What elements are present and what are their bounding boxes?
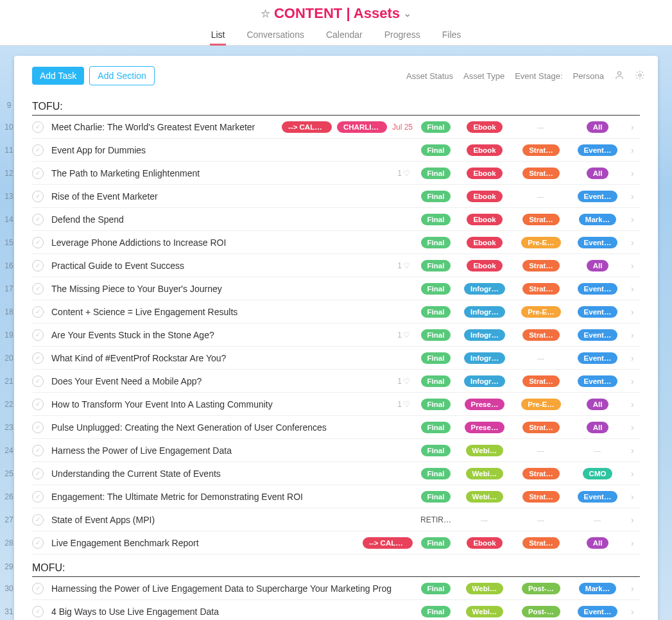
complete-check-icon[interactable]: ✓: [32, 491, 44, 503]
chevron-right-icon[interactable]: ›: [631, 237, 637, 248]
task-name[interactable]: Harnessing the Power of Live Engagement …: [51, 583, 392, 594]
chevron-right-icon[interactable]: ›: [631, 307, 637, 317]
task-name[interactable]: Leverage Phone Addictions to Increase RO…: [51, 237, 226, 248]
task-name[interactable]: 4 Big Ways to Use Live Engagement Data: [51, 607, 219, 617]
tab-progress[interactable]: Progress: [383, 26, 422, 45]
chevron-right-icon[interactable]: ›: [631, 145, 637, 155]
user-icon[interactable]: [614, 70, 625, 82]
filter-persona[interactable]: Persona: [573, 71, 604, 81]
event-stage-pill[interactable]: Strat…: [522, 260, 560, 271]
asset-status-pill[interactable]: Final: [421, 352, 451, 364]
persona-pill[interactable]: All: [587, 121, 609, 133]
chevron-right-icon[interactable]: ›: [631, 214, 637, 225]
task-name[interactable]: Meet Charlie: The World's Greatest Event…: [51, 122, 255, 132]
task-row[interactable]: 22✓How to Transform Your Event Into A La…: [32, 393, 640, 416]
complete-check-icon[interactable]: ✓: [32, 537, 44, 549]
asset-status-pill[interactable]: Final: [421, 260, 451, 271]
event-stage-pill[interactable]: Strat…: [522, 168, 560, 179]
task-row[interactable]: 11✓Event App for DummiesFinalEbookStrat……: [32, 139, 640, 162]
persona-pill[interactable]: Event…: [578, 306, 618, 318]
task-row[interactable]: 12✓The Path to Marketing Enlightenment1 …: [32, 162, 640, 185]
persona-pill[interactable]: Event…: [578, 237, 618, 248]
task-row[interactable]: 24✓Harness the Power of Live Engagement …: [32, 439, 640, 462]
asset-type-pill[interactable]: Ebook: [467, 191, 502, 202]
task-row[interactable]: 15✓Leverage Phone Addictions to Increase…: [32, 231, 640, 254]
asset-type-pill[interactable]: Ebook: [467, 168, 502, 179]
asset-type-pill[interactable]: Infogr…: [464, 283, 505, 295]
asset-type-pill[interactable]: Ebook: [467, 237, 502, 248]
task-name[interactable]: Does Your Event Need a Mobile App?: [51, 376, 202, 386]
event-stage-pill[interactable]: Pre-E…: [521, 237, 561, 248]
asset-status-pill[interactable]: Final: [421, 375, 451, 387]
filter-asset-status[interactable]: Asset Status: [406, 71, 453, 81]
complete-check-icon[interactable]: ✓: [32, 144, 44, 156]
persona-pill[interactable]: CMO: [583, 468, 613, 479]
chevron-right-icon[interactable]: ›: [631, 168, 637, 178]
complete-check-icon[interactable]: ✓: [32, 352, 44, 364]
chevron-right-icon[interactable]: ›: [631, 422, 637, 433]
asset-status-pill[interactable]: Final: [421, 583, 451, 594]
asset-status-pill[interactable]: Final: [421, 329, 451, 341]
task-row[interactable]: 19✓Are Your Events Stuck in the Stone Ag…: [32, 323, 640, 347]
event-stage-pill[interactable]: Strat…: [522, 468, 560, 479]
add-section-button[interactable]: Add Section: [89, 66, 155, 85]
complete-check-icon[interactable]: ✓: [32, 121, 44, 133]
complete-check-icon[interactable]: ✓: [32, 606, 44, 617]
task-name[interactable]: Pulse Unplugged: Creating the Next Gener…: [51, 422, 327, 433]
asset-status-pill[interactable]: Final: [421, 306, 451, 318]
filter-event-stage-[interactable]: Event Stage:: [515, 71, 562, 81]
persona-pill[interactable]: Event…: [578, 606, 618, 617]
complete-check-icon[interactable]: ✓: [32, 329, 44, 341]
asset-type-pill[interactable]: Infogr…: [464, 375, 505, 387]
asset-status-pill[interactable]: Final: [421, 468, 451, 479]
complete-check-icon[interactable]: ✓: [32, 422, 44, 433]
event-stage-pill[interactable]: Strat…: [522, 214, 560, 225]
task-name[interactable]: Live Engagement Benchmark Report: [51, 538, 199, 548]
persona-pill[interactable]: Event…: [578, 375, 618, 387]
asset-status-pill[interactable]: Final: [421, 399, 451, 410]
asset-type-pill[interactable]: Webi…: [466, 583, 504, 594]
asset-type-pill[interactable]: Ebook: [467, 260, 502, 271]
event-stage-pill[interactable]: Post-…: [522, 606, 560, 617]
add-task-button[interactable]: Add Task: [32, 67, 84, 85]
task-row[interactable]: 17✓The Missing Piece to Your Buyer's Jou…: [32, 277, 640, 300]
event-stage-pill[interactable]: Post-…: [522, 583, 560, 594]
task-name[interactable]: Practical Guide to Event Success: [51, 261, 184, 271]
asset-type-pill[interactable]: Webi…: [466, 445, 504, 456]
chevron-right-icon[interactable]: ›: [631, 538, 637, 548]
asset-type-pill[interactable]: Ebook: [467, 214, 502, 225]
like-count[interactable]: 1 ♡: [397, 261, 410, 270]
asset-status-pill[interactable]: Final: [421, 445, 451, 456]
like-count[interactable]: 1 ♡: [397, 331, 410, 340]
task-row[interactable]: 18✓Content + Science = Live Engagement R…: [32, 300, 640, 323]
persona-pill[interactable]: Mark…: [579, 583, 616, 594]
complete-check-icon[interactable]: ✓: [32, 468, 44, 479]
task-name[interactable]: Content + Science = Live Engagement Resu…: [51, 307, 237, 317]
task-name[interactable]: The Missing Piece to Your Buyer's Journe…: [51, 284, 222, 294]
persona-pill[interactable]: All: [587, 422, 609, 433]
asset-type-pill[interactable]: Infogr…: [464, 306, 505, 318]
asset-status-pill[interactable]: Final: [421, 283, 451, 295]
complete-check-icon[interactable]: ✓: [32, 306, 44, 318]
chevron-right-icon[interactable]: ›: [631, 122, 637, 132]
persona-pill[interactable]: Event…: [578, 352, 618, 364]
chevron-right-icon[interactable]: ›: [631, 330, 637, 340]
asset-status-pill[interactable]: Final: [421, 144, 451, 156]
tab-calendar[interactable]: Calendar: [325, 26, 364, 45]
event-stage-pill[interactable]: Pre-E…: [521, 399, 561, 410]
section-header[interactable]: 9TOFU:: [32, 97, 640, 116]
tab-list[interactable]: List: [210, 26, 227, 45]
asset-status-pill[interactable]: Final: [421, 121, 451, 133]
event-stage-pill[interactable]: Strat…: [522, 422, 560, 433]
chevron-right-icon[interactable]: ›: [631, 376, 637, 386]
filter-asset-type[interactable]: Asset Type: [463, 71, 504, 81]
asset-status-pill[interactable]: Final: [421, 606, 451, 617]
asset-status-pill[interactable]: Final: [421, 168, 451, 179]
task-name[interactable]: Are Your Events Stuck in the Stone Age?: [51, 330, 214, 340]
task-name[interactable]: Defend the Spend: [51, 214, 124, 225]
asset-status-pill[interactable]: Final: [421, 537, 451, 549]
chevron-right-icon[interactable]: ›: [631, 583, 637, 594]
persona-pill[interactable]: Mark…: [579, 214, 616, 225]
event-stage-pill[interactable]: Strat…: [522, 283, 560, 295]
asset-status-pill[interactable]: Final: [421, 214, 451, 225]
